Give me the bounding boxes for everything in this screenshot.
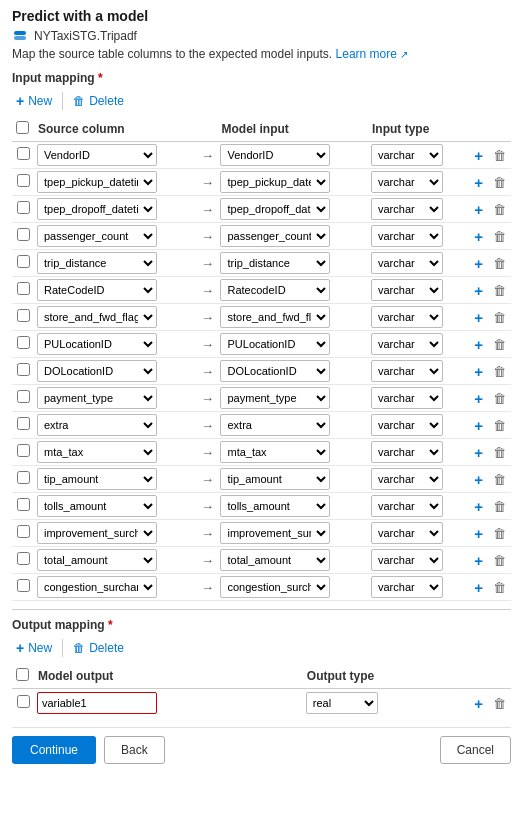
- model-select-1[interactable]: tpep_pickup_date...: [220, 171, 330, 193]
- add-row-button-8[interactable]: +: [472, 362, 485, 381]
- delete-row-button-9[interactable]: 🗑: [491, 390, 508, 407]
- source-select-10[interactable]: extra: [37, 414, 157, 436]
- delete-row-button-8[interactable]: 🗑: [491, 363, 508, 380]
- output-model-input-0[interactable]: [37, 692, 157, 714]
- delete-row-button-11[interactable]: 🗑: [491, 444, 508, 461]
- source-select-12[interactable]: tip_amount: [37, 468, 157, 490]
- output-delete-button-0[interactable]: 🗑: [491, 695, 508, 712]
- source-select-11[interactable]: mta_tax: [37, 441, 157, 463]
- add-row-button-5[interactable]: +: [472, 281, 485, 300]
- select-all-checkbox[interactable]: [16, 121, 29, 134]
- output-new-button[interactable]: + New: [12, 638, 56, 658]
- model-select-2[interactable]: tpep_dropoff_dat...: [220, 198, 330, 220]
- model-select-16[interactable]: congestion_surch...: [220, 576, 330, 598]
- type-select-0[interactable]: varchar: [371, 144, 443, 166]
- source-select-8[interactable]: DOLocationID: [37, 360, 157, 382]
- model-select-13[interactable]: tolls_amount: [220, 495, 330, 517]
- add-row-button-14[interactable]: +: [472, 524, 485, 543]
- type-select-11[interactable]: varchar: [371, 441, 443, 463]
- source-select-4[interactable]: trip_distance: [37, 252, 157, 274]
- add-row-button-4[interactable]: +: [472, 254, 485, 273]
- continue-button[interactable]: Continue: [12, 736, 96, 764]
- delete-row-button-0[interactable]: 🗑: [491, 147, 508, 164]
- source-select-0[interactable]: VendorID: [37, 144, 157, 166]
- add-row-button-11[interactable]: +: [472, 443, 485, 462]
- type-select-6[interactable]: varchar: [371, 306, 443, 328]
- model-select-14[interactable]: improvement_sur...: [220, 522, 330, 544]
- delete-row-button-4[interactable]: 🗑: [491, 255, 508, 272]
- source-select-13[interactable]: tolls_amount: [37, 495, 157, 517]
- delete-row-button-5[interactable]: 🗑: [491, 282, 508, 299]
- row-checkbox-6[interactable]: [17, 309, 30, 322]
- source-select-14[interactable]: improvement_surcha: [37, 522, 157, 544]
- type-select-16[interactable]: varchar: [371, 576, 443, 598]
- delete-row-button-1[interactable]: 🗑: [491, 174, 508, 191]
- delete-row-button-2[interactable]: 🗑: [491, 201, 508, 218]
- source-select-7[interactable]: PULocationID: [37, 333, 157, 355]
- model-select-9[interactable]: payment_type: [220, 387, 330, 409]
- output-delete-button[interactable]: 🗑 Delete: [69, 639, 128, 657]
- type-select-1[interactable]: varchar: [371, 171, 443, 193]
- model-select-6[interactable]: store_and_fwd_flag: [220, 306, 330, 328]
- model-select-11[interactable]: mta_tax: [220, 441, 330, 463]
- type-select-14[interactable]: varchar: [371, 522, 443, 544]
- type-select-7[interactable]: varchar: [371, 333, 443, 355]
- add-row-button-16[interactable]: +: [472, 578, 485, 597]
- type-select-15[interactable]: varchar: [371, 549, 443, 571]
- source-select-5[interactable]: RateCodeID: [37, 279, 157, 301]
- type-select-9[interactable]: varchar: [371, 387, 443, 409]
- row-checkbox-4[interactable]: [17, 255, 30, 268]
- delete-row-button-6[interactable]: 🗑: [491, 309, 508, 326]
- type-select-13[interactable]: varchar: [371, 495, 443, 517]
- row-checkbox-12[interactable]: [17, 471, 30, 484]
- input-new-button[interactable]: + New: [12, 91, 56, 111]
- delete-row-button-13[interactable]: 🗑: [491, 498, 508, 515]
- add-row-button-3[interactable]: +: [472, 227, 485, 246]
- model-select-8[interactable]: DOLocationID: [220, 360, 330, 382]
- row-checkbox-7[interactable]: [17, 336, 30, 349]
- source-select-16[interactable]: congestion_surcharg: [37, 576, 157, 598]
- row-checkbox-14[interactable]: [17, 525, 30, 538]
- output-add-button-0[interactable]: +: [472, 694, 485, 713]
- back-button[interactable]: Back: [104, 736, 165, 764]
- type-select-2[interactable]: varchar: [371, 198, 443, 220]
- source-select-15[interactable]: total_amount: [37, 549, 157, 571]
- source-select-2[interactable]: tpep_dropoff_datetim: [37, 198, 157, 220]
- type-select-12[interactable]: varchar: [371, 468, 443, 490]
- output-select-all-checkbox[interactable]: [16, 668, 29, 681]
- add-row-button-13[interactable]: +: [472, 497, 485, 516]
- add-row-button-2[interactable]: +: [472, 200, 485, 219]
- delete-row-button-14[interactable]: 🗑: [491, 525, 508, 542]
- type-select-4[interactable]: varchar: [371, 252, 443, 274]
- model-select-10[interactable]: extra: [220, 414, 330, 436]
- add-row-button-0[interactable]: +: [472, 146, 485, 165]
- output-type-select-0[interactable]: real: [306, 692, 378, 714]
- row-checkbox-13[interactable]: [17, 498, 30, 511]
- model-select-7[interactable]: PULocationID: [220, 333, 330, 355]
- row-checkbox-5[interactable]: [17, 282, 30, 295]
- model-select-4[interactable]: trip_distance: [220, 252, 330, 274]
- add-row-button-1[interactable]: +: [472, 173, 485, 192]
- row-checkbox-10[interactable]: [17, 417, 30, 430]
- add-row-button-6[interactable]: +: [472, 308, 485, 327]
- type-select-5[interactable]: varchar: [371, 279, 443, 301]
- delete-row-button-7[interactable]: 🗑: [491, 336, 508, 353]
- row-checkbox-2[interactable]: [17, 201, 30, 214]
- add-row-button-15[interactable]: +: [472, 551, 485, 570]
- add-row-button-10[interactable]: +: [472, 416, 485, 435]
- row-checkbox-0[interactable]: [17, 147, 30, 160]
- source-select-3[interactable]: passenger_count: [37, 225, 157, 247]
- model-select-15[interactable]: total_amount: [220, 549, 330, 571]
- row-checkbox-9[interactable]: [17, 390, 30, 403]
- delete-row-button-10[interactable]: 🗑: [491, 417, 508, 434]
- cancel-button[interactable]: Cancel: [440, 736, 511, 764]
- row-checkbox-3[interactable]: [17, 228, 30, 241]
- model-select-0[interactable]: VendorID: [220, 144, 330, 166]
- row-checkbox-1[interactable]: [17, 174, 30, 187]
- delete-row-button-15[interactable]: 🗑: [491, 552, 508, 569]
- add-row-button-12[interactable]: +: [472, 470, 485, 489]
- type-select-10[interactable]: varchar: [371, 414, 443, 436]
- source-select-1[interactable]: tpep_pickup_datetim: [37, 171, 157, 193]
- source-select-6[interactable]: store_and_fwd_flag: [37, 306, 157, 328]
- row-checkbox-11[interactable]: [17, 444, 30, 457]
